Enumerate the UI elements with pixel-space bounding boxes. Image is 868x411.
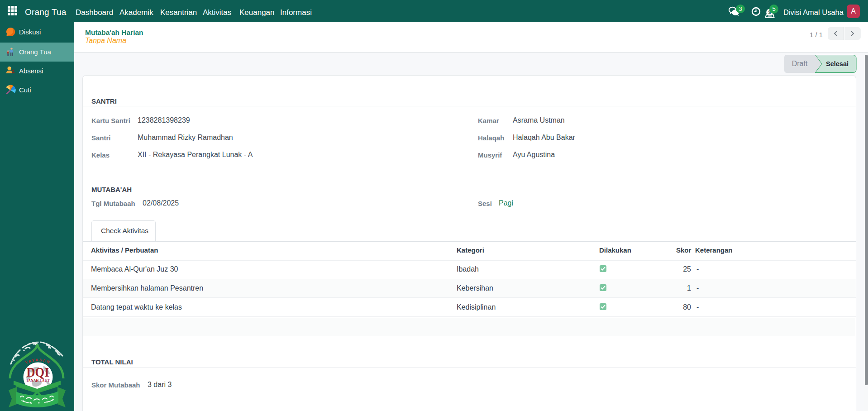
svg-text:TANAH LAUT: TANAH LAUT	[26, 378, 50, 383]
svg-text:DQI: DQI	[27, 365, 49, 379]
